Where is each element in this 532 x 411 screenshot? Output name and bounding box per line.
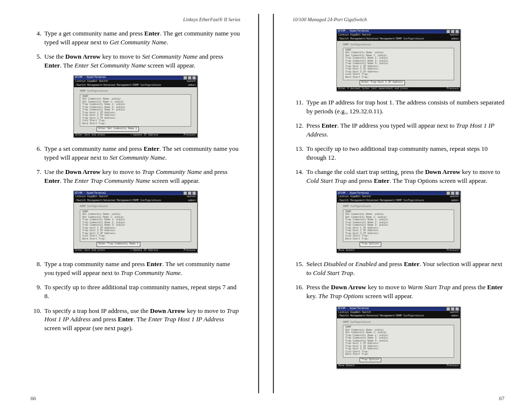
- step: 6.Type a set community name and press En…: [31, 144, 240, 162]
- screenshot-set-community: EF24M - HyperTerminalLinksys GigaBit Swi…: [73, 75, 198, 137]
- header-left: Linksys EtherFast® II Series: [31, 17, 240, 22]
- steps-left: 8.Type a trap community name and press E…: [31, 260, 240, 332]
- steps-right: 15.Select Disabled or Enabled and press …: [293, 260, 504, 300]
- step: 11.Type an IP address for trap host 1. T…: [293, 98, 504, 115]
- page-number-left: 66: [31, 395, 36, 401]
- step: 14.To change the cold start trap setting…: [293, 168, 504, 185]
- screenshot-trap-community: EF24M - HyperTerminalLinksys GigaBit Swi…: [73, 191, 198, 253]
- steps-left: 4.Type a get community name and press En…: [31, 29, 240, 69]
- step: 8.Type a trap community name and press E…: [31, 260, 240, 277]
- divider: [273, 14, 274, 393]
- step: 10.To specify a trap host IP address, us…: [31, 307, 240, 333]
- step: 15.Select Disabled or Enabled and press …: [293, 260, 504, 277]
- step: 12.Press Enter. The IP address you typed…: [293, 121, 504, 138]
- screenshot-trap-options-warm: EF24M - HyperTerminalLinksys GigaBit Swi…: [336, 307, 461, 369]
- screenshot-trap-host-ip: EF24M - HyperTerminalLinksys GigaBit Swi…: [336, 29, 461, 91]
- step: 13.To specify up to two additional trap …: [293, 144, 504, 162]
- steps-left: 6.Type a set community name and press En…: [31, 144, 240, 185]
- step: 4.Type a get community name and press En…: [31, 29, 240, 46]
- page-right: 10/100 Managed 24-Port GigaSwitch EF24M …: [266, 0, 532, 411]
- step: 16.Press the Down Arrow key to move to W…: [293, 283, 504, 300]
- page-left: Linksys EtherFast® II Series 4.Type a ge…: [0, 0, 266, 411]
- steps-right: 11.Type an IP address for trap host 1. T…: [293, 98, 504, 185]
- step: 9.To specify up to three additional trap…: [31, 283, 240, 300]
- page-number-right: 67: [499, 395, 504, 401]
- divider: [258, 14, 259, 393]
- step: 5.Use the Down Arrow key to move to Set …: [31, 52, 240, 69]
- step: 7.Use the Down Arrow key to move to Trap…: [31, 168, 240, 185]
- header-right: 10/100 Managed 24-Port GigaSwitch: [293, 17, 504, 22]
- screenshot-trap-options-cold: EF24M - HyperTerminalLinksys GigaBit Swi…: [336, 191, 461, 253]
